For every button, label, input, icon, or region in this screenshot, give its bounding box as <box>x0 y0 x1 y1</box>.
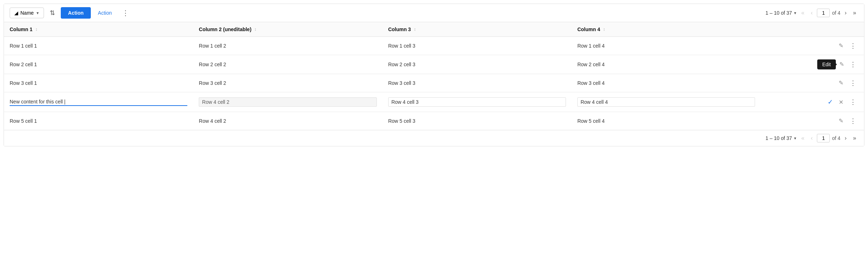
row1-cell3: Row 1 cell 3 <box>383 37 572 55</box>
pagination-range-top: 1 – 10 of 37 <box>765 10 792 16</box>
row2-cell2: Row 2 cell 2 <box>193 55 382 74</box>
row3-cell2: Row 3 cell 2 <box>193 74 382 92</box>
table-header: Column 1 ↕ Column 2 (uneditable) ↕ Colum… <box>4 22 864 37</box>
col4-sort-icon[interactable]: ↕ <box>603 27 605 31</box>
col1-label: Column 1 <box>10 26 33 32</box>
col-header-2: Column 2 (uneditable) ↕ <box>193 22 382 37</box>
row5-cell3: Row 5 cell 3 <box>383 112 572 130</box>
row3-actions: ✎ ⋮ <box>761 74 864 92</box>
row3-cell3: Row 3 cell 3 <box>383 74 572 92</box>
edit-tooltip: Edit <box>817 59 836 69</box>
table-row: Row 1 cell 1 Row 1 cell 2 Row 1 cell 3 R… <box>4 37 864 55</box>
col-header-1: Column 1 ↕ <box>4 22 193 37</box>
row1-cell1: Row 1 cell 1 <box>4 37 193 55</box>
row4-actions: ✓ ✕ ⋮ <box>761 92 864 112</box>
col-header-4: Column 4 ↕ <box>572 22 761 37</box>
col1-sort-icon[interactable]: ↕ <box>35 27 38 31</box>
row5-cell2: Row 4 cell 2 <box>193 112 382 130</box>
page-number-input-bottom[interactable]: 1 <box>817 134 830 142</box>
table-row: Row 5 cell 1 Row 4 cell 2 Row 5 cell 3 R… <box>4 112 864 130</box>
col-header-actions <box>761 22 864 37</box>
row5-cell1: Row 5 cell 1 <box>4 112 193 130</box>
row3-cell4: Row 3 cell 4 <box>572 74 761 92</box>
row4-cell3-display: Row 4 cell 3 <box>388 97 566 107</box>
row2-actions: Edit ✎ ⋮ <box>761 55 864 74</box>
data-table-container: ◢ Name ▼ ⇅ Action Action ⋮ 1 – 10 of 37 … <box>4 4 864 146</box>
table-row-editing: Row 4 cell 2 Row 4 cell 3 Row 4 cell 4 ✓… <box>4 92 864 112</box>
first-page-button-top[interactable]: « <box>799 9 807 17</box>
row2-cell1: Row 2 cell 1 <box>4 55 193 74</box>
row4-cell2-uneditable: Row 4 cell 2 <box>193 92 382 112</box>
row2-cell3: Row 2 cell 3 <box>383 55 572 74</box>
table-row: Row 3 cell 1 Row 3 cell 2 Row 3 cell 3 R… <box>4 74 864 92</box>
row4-confirm-button[interactable]: ✓ <box>826 97 834 107</box>
chevron-down-icon: ▼ <box>36 11 39 15</box>
first-page-button-bottom[interactable]: « <box>799 134 807 142</box>
row5-actions: ✎ ⋮ <box>761 112 864 130</box>
pagination-info-bottom: 1 – 10 of 37 ▼ <box>765 135 797 141</box>
prev-page-button-bottom[interactable]: ‹ <box>809 134 815 142</box>
row2-edit-button[interactable]: ✎ <box>838 60 845 69</box>
row4-cell4-editing: Row 4 cell 4 <box>572 92 761 112</box>
row4-cancel-button[interactable]: ✕ <box>837 97 845 107</box>
row3-edit-button[interactable]: ✎ <box>837 79 845 87</box>
col4-label: Column 4 <box>577 26 600 32</box>
next-page-button-bottom[interactable]: › <box>843 134 849 142</box>
row1-cell4: Row 1 cell 4 <box>572 37 761 55</box>
table-row: Row 2 cell 1 Row 2 cell 2 Row 2 cell 3 R… <box>4 55 864 74</box>
filter-button[interactable]: ◢ Name ▼ <box>10 8 44 18</box>
pagination-top: 1 – 10 of 37 ▼ « ‹ 1 of 4 › » <box>765 9 858 17</box>
sort-button[interactable]: ⇅ <box>47 7 58 19</box>
col2-sort-icon[interactable]: ↕ <box>254 27 256 31</box>
pagination-bottom: 1 – 10 of 37 ▼ « ‹ 1 of 4 › » <box>4 130 864 146</box>
next-page-button-top[interactable]: › <box>843 9 849 17</box>
pagination-dropdown-arrow-bottom[interactable]: ▼ <box>793 136 797 140</box>
action-primary-button[interactable]: Action <box>61 7 91 19</box>
total-pages-label-top: of 4 <box>832 10 840 16</box>
sort-icon: ⇅ <box>50 9 55 17</box>
row1-more-button[interactable]: ⋮ <box>848 41 858 50</box>
pagination-dropdown-arrow-top[interactable]: ▼ <box>793 11 797 15</box>
more-options-button[interactable]: ⋮ <box>119 8 132 18</box>
row5-more-button[interactable]: ⋮ <box>848 116 858 126</box>
col-header-3: Column 3 ↕ <box>383 22 572 37</box>
last-page-button-bottom[interactable]: » <box>851 134 858 142</box>
filter-label: Name <box>20 10 34 16</box>
page-number-input-top[interactable]: 1 <box>817 9 830 17</box>
filter-icon: ◢ <box>14 10 18 16</box>
row4-cell4-display: Row 4 cell 4 <box>577 97 755 107</box>
toolbar: ◢ Name ▼ ⇅ Action Action ⋮ 1 – 10 of 37 … <box>4 4 864 22</box>
col3-sort-icon[interactable]: ↕ <box>414 27 416 31</box>
row3-more-button[interactable]: ⋮ <box>848 78 858 88</box>
row1-cell2: Row 1 cell 2 <box>193 37 382 55</box>
prev-page-button-top[interactable]: ‹ <box>809 9 815 17</box>
row4-more-button[interactable]: ⋮ <box>848 97 858 107</box>
table-body: Row 1 cell 1 Row 1 cell 2 Row 1 cell 3 R… <box>4 37 864 130</box>
row1-actions: ✎ ⋮ <box>761 37 864 55</box>
row3-cell1: Row 3 cell 1 <box>4 74 193 92</box>
row2-cell4: Row 2 cell 4 <box>572 55 761 74</box>
data-table: Column 1 ↕ Column 2 (uneditable) ↕ Colum… <box>4 22 864 130</box>
col2-label: Column 2 (uneditable) <box>199 26 251 32</box>
row5-cell4: Row 5 cell 4 <box>572 112 761 130</box>
pagination-info-top: 1 – 10 of 37 ▼ <box>765 10 797 16</box>
row4-cell3-editing: Row 4 cell 3 <box>383 92 572 112</box>
pagination-range-bottom: 1 – 10 of 37 <box>765 135 792 141</box>
total-pages-label-bottom: of 4 <box>832 135 840 141</box>
action-secondary-button[interactable]: Action <box>94 7 116 19</box>
last-page-button-top[interactable]: » <box>851 9 858 17</box>
row4-cell1-input[interactable] <box>10 98 187 106</box>
row4-cell2-readonly: Row 4 cell 2 <box>199 97 376 107</box>
row5-edit-button[interactable]: ✎ <box>837 117 845 125</box>
row1-edit-button[interactable]: ✎ <box>837 42 845 50</box>
row2-more-button[interactable]: ⋮ <box>848 60 858 69</box>
col3-label: Column 3 <box>388 26 411 32</box>
row4-cell1-editing <box>4 92 193 112</box>
